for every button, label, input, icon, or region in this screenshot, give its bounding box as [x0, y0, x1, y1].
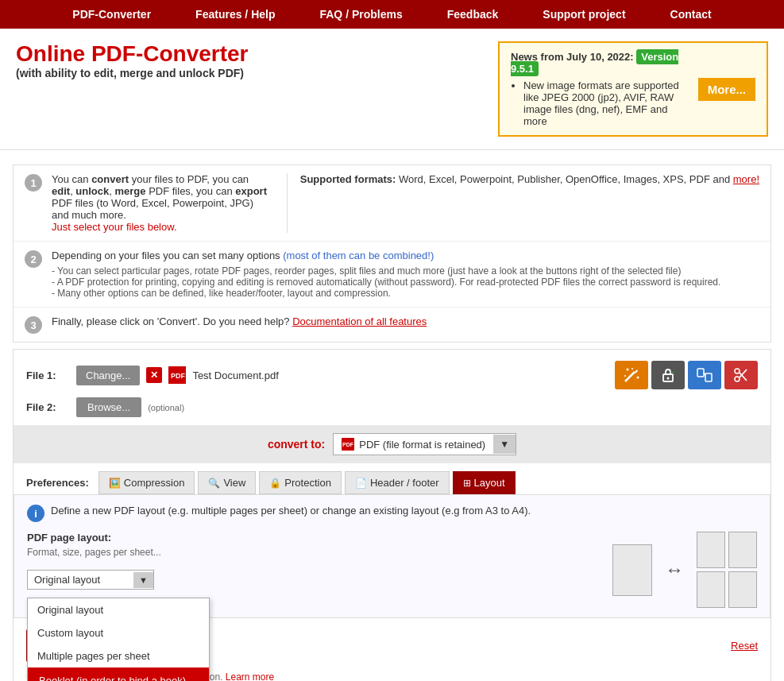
- step-2-bullet-2: - A PDF protection for printing, copying…: [52, 277, 759, 288]
- step-1-text: You can convert your files to PDF, you c…: [52, 173, 267, 233]
- svg-marker-3: [635, 370, 638, 373]
- layout-info-text: Define a new PDF layout (e.g. multiple p…: [51, 505, 531, 517]
- nav-support-project[interactable]: Support project: [520, 0, 647, 29]
- svg-point-13: [735, 377, 740, 381]
- more-button[interactable]: More...: [698, 78, 755, 101]
- svg-point-5: [637, 377, 639, 379]
- step-3-content: Finally, please click on 'Convert'. Do y…: [52, 315, 759, 327]
- header-footer-tab-label: Header / footer: [370, 477, 439, 489]
- file-1-name: Test Document.pdf: [192, 370, 278, 381]
- learn-more-link[interactable]: Learn more: [226, 671, 274, 681]
- more-formats-link[interactable]: more!: [733, 173, 759, 185]
- nav-faq-problems[interactable]: FAQ / Problems: [297, 0, 424, 29]
- change-button[interactable]: Change...: [76, 366, 140, 385]
- browse-button[interactable]: Browse...: [76, 397, 141, 417]
- layout-tab-label: Layout: [474, 477, 505, 489]
- layout-select-arrow[interactable]: ▼: [133, 572, 153, 588]
- news-bullet-1: New image formats are supported like JPE…: [523, 79, 690, 127]
- step-1-row: 1 You can convert your files to PDF, you…: [14, 165, 770, 242]
- compression-tab-label: Compression: [124, 477, 185, 489]
- format-value: PDF (file format is retained): [359, 439, 485, 451]
- svg-point-6: [624, 375, 626, 377]
- layout-dropdown-menu: Original layout Custom layout Multiple p…: [27, 598, 210, 681]
- step-2-main: Depending on your files you can set many…: [52, 250, 759, 261]
- compression-tab-icon: 🖼️: [109, 478, 121, 489]
- svg-point-4: [627, 369, 629, 371]
- svg-line-2: [625, 372, 635, 381]
- svg-point-14: [735, 369, 740, 373]
- reset-link[interactable]: Reset: [731, 640, 758, 652]
- header-section: Online PDF-Converter (with ability to ed…: [0, 29, 784, 150]
- step-1-right: Supported formats: Word, Excel, Powerpoi…: [287, 173, 759, 233]
- layout-illustration: ↔: [612, 532, 757, 608]
- top-navigation: PDF-Converter Features / Help FAQ / Prob…: [0, 0, 784, 29]
- optional-text: (optional): [148, 403, 184, 412]
- documentation-link[interactable]: Documentation of all features: [292, 315, 427, 327]
- layout-control-row: PDF page layout: Format, size, pages per…: [27, 532, 757, 608]
- step-1-content: You can convert your files to PDF, you c…: [52, 173, 759, 233]
- file-2-row: File 2: Browse... (optional): [26, 397, 758, 417]
- tab-compression[interactable]: 🖼️ Compression: [98, 471, 195, 494]
- svg-rect-12: [705, 373, 712, 381]
- file-1-row: File 1: Change... ✕ PDF Test Document.pd…: [26, 361, 758, 389]
- file-2-label: File 2:: [26, 401, 70, 413]
- steps-section: 1 You can convert your files to PDF, you…: [13, 164, 771, 342]
- news-content: News from July 10, 2022: Version 9.5.1 N…: [511, 51, 690, 127]
- step-1-left: You can convert your files to PDF, you c…: [52, 173, 271, 233]
- nav-feedback[interactable]: Feedback: [425, 0, 521, 29]
- convert-to-row: convert to: PDF PDF (file format is reta…: [14, 425, 770, 463]
- tool-icon-wand[interactable]: [615, 361, 648, 389]
- format-select[interactable]: PDF PDF (file format is retained) ▼: [333, 433, 516, 455]
- layout-tab-icon: ⊞: [463, 478, 471, 489]
- delete-file-icon[interactable]: ✕: [146, 367, 162, 383]
- layout-field-label: PDF page layout:: [27, 532, 597, 544]
- tab-protection[interactable]: 🔒 Protection: [259, 471, 342, 494]
- tool-icons-row: ···: [615, 361, 758, 389]
- layout-select[interactable]: Original layout ▼: [27, 570, 154, 590]
- tool-icon-merge[interactable]: [688, 361, 721, 389]
- mini-page-1: [697, 532, 725, 568]
- dropdown-custom-layout[interactable]: Custom layout: [28, 621, 209, 644]
- nav-contact[interactable]: Contact: [648, 0, 734, 29]
- dropdown-multiple-pages[interactable]: Multiple pages per sheet: [28, 644, 209, 667]
- layout-selected-value: Original layout: [28, 571, 133, 589]
- step-2-number: 2: [25, 250, 42, 268]
- step-3-text: Finally, please click on 'Convert'. Do y…: [52, 315, 427, 327]
- pdf-file-icon: PDF: [168, 366, 186, 384]
- single-page-illustration: [612, 544, 652, 596]
- multi-page-illustration: [697, 532, 757, 608]
- svg-text:PDF: PDF: [171, 372, 186, 380]
- mini-page-2: [728, 532, 757, 568]
- dropdown-booklet[interactable]: Booklet (in order to bind a book): [28, 667, 209, 681]
- news-box: News from July 10, 2022: Version 9.5.1 N…: [498, 41, 768, 137]
- step-2-content: Depending on your files you can set many…: [52, 250, 759, 299]
- dropdown-original-layout[interactable]: Original layout: [28, 598, 209, 621]
- nav-features-help[interactable]: Features / Help: [173, 0, 297, 29]
- layout-left: PDF page layout: Format, size, pages per…: [27, 532, 597, 596]
- format-select-content: PDF PDF (file format is retained): [334, 434, 493, 455]
- tool-icon-lock[interactable]: ···: [651, 361, 685, 389]
- layout-field-sublabel: Format, size, pages per sheet...: [27, 547, 597, 558]
- protection-tab-label: Protection: [284, 477, 331, 489]
- step-1-number: 1: [25, 174, 42, 192]
- tab-view[interactable]: 🔍 View: [198, 471, 256, 494]
- header-footer-tab-icon: 📄: [355, 478, 367, 489]
- svg-point-7: [631, 368, 633, 370]
- step-2-bullet-3: - Many other options can be defined, lik…: [52, 288, 759, 299]
- protection-tab-icon: 🔒: [269, 478, 281, 489]
- site-title: Online PDF-Converter: [16, 41, 248, 67]
- info-icon: i: [27, 505, 44, 522]
- svg-point-9: [667, 377, 670, 380]
- layout-section: i Define a new PDF layout (e.g. multiple…: [14, 494, 770, 618]
- view-tab-icon: 🔍: [208, 478, 220, 489]
- tab-layout[interactable]: ⊞ Layout: [453, 471, 516, 494]
- tool-icon-scissors[interactable]: [724, 361, 758, 389]
- svg-rect-11: [697, 369, 704, 377]
- step-3-row: 3 Finally, please click on 'Convert'. Do…: [14, 308, 770, 342]
- preferences-row: Preferences: 🖼️ Compression 🔍 View 🔒 Pro…: [14, 471, 770, 494]
- layout-info-box: i Define a new PDF layout (e.g. multiple…: [27, 505, 757, 522]
- tab-header-footer[interactable]: 📄 Header / footer: [345, 471, 450, 494]
- format-dropdown-arrow[interactable]: ▼: [493, 435, 516, 454]
- step-2-bullet-1: - You can select particular pages, rotat…: [52, 265, 759, 277]
- nav-pdf-converter[interactable]: PDF-Converter: [50, 0, 173, 29]
